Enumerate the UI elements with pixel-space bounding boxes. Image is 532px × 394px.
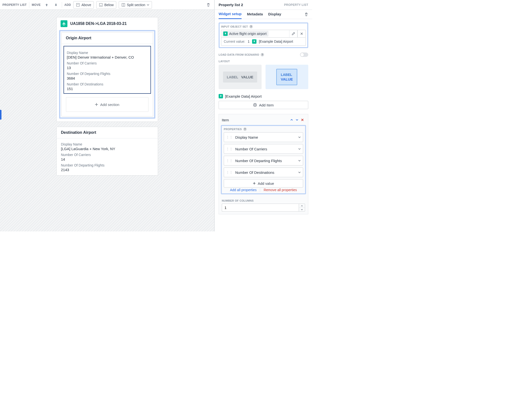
item-move-down-button[interactable] <box>294 117 300 123</box>
property-row[interactable]: ⋮⋮ Display Name <box>224 132 303 142</box>
panel-body[interactable]: INPUT OBJECT SET ? Active flight origin … <box>215 19 312 231</box>
plane-icon <box>61 20 67 27</box>
destination-property-list: Display Name [LGA] LaGuardia + New York,… <box>57 138 158 175</box>
chevron-down-icon[interactable] <box>298 171 301 174</box>
add-value-label: Add value <box>258 181 274 186</box>
prop-value: 2143 <box>61 168 153 172</box>
property-name: Display Name <box>235 135 296 139</box>
chevron-down-icon[interactable] <box>298 147 301 150</box>
remove-all-properties-link[interactable]: Remove all properties <box>264 188 297 192</box>
plus-circle-icon <box>253 103 257 107</box>
origin-property-list[interactable]: Display Name [DEN] Denver International … <box>64 46 151 94</box>
add-all-properties-link[interactable]: Add all properties <box>230 188 256 192</box>
tab-widget-setup[interactable]: Widget setup <box>219 12 242 19</box>
item-move-up-button[interactable] <box>289 117 294 123</box>
input-object-chip[interactable]: Active flight origin airport <box>222 31 268 37</box>
plus-icon <box>95 103 98 106</box>
num-cols-down[interactable] <box>299 208 305 211</box>
add-item-button[interactable]: Add Item <box>219 101 308 109</box>
pin-icon <box>223 31 228 36</box>
toolbar-sep <box>62 2 62 8</box>
prop-label: Number Of Carriers <box>67 61 148 65</box>
prop-label: Number Of Destinations <box>67 82 148 86</box>
destination-title: Destination Airport <box>57 127 158 138</box>
split-section-label: Split section <box>127 3 145 7</box>
add-below-button[interactable]: Below <box>96 1 116 9</box>
drag-handle-icon[interactable]: ⋮⋮ <box>226 147 233 151</box>
prop-value: 13 <box>67 66 148 70</box>
tab-metadata[interactable]: Metadata <box>247 12 263 19</box>
help-icon[interactable]: ? <box>261 53 264 56</box>
object-title-row: [Example Data] Airport <box>219 94 308 98</box>
canvas-scroll[interactable]: UA1858 DEN->LGA 2018-03-21 Origin Airpor… <box>0 10 214 231</box>
current-value-object: [Example Data] Airport <box>259 40 293 43</box>
item-delete-button[interactable] <box>300 117 305 123</box>
chevron-down-icon[interactable] <box>298 136 301 139</box>
add-item-label: Add Item <box>259 103 274 107</box>
plus-icon <box>253 182 256 185</box>
drag-handle-icon[interactable]: ⋮⋮ <box>226 170 233 174</box>
drag-handle-icon[interactable]: ⋮⋮ <box>226 159 233 163</box>
layout-label: LAYOUT <box>219 60 230 63</box>
load-from-scenario-toggle[interactable] <box>300 52 308 57</box>
layout-inline-value: VALUE <box>241 75 253 79</box>
toolbar-sep <box>29 2 29 8</box>
properties-label: PROPERTIES <box>224 128 242 131</box>
layout-stack-value: VALUE <box>281 77 293 81</box>
property-row[interactable]: ⋮⋮ Number Of Departing Flights <box>224 156 303 166</box>
origin-section-selected[interactable]: Origin Airport Display Name [DEN] Denver… <box>59 30 155 119</box>
toolbar-move-label: MOVE <box>32 3 41 7</box>
add-section-button[interactable]: Add section <box>66 97 149 112</box>
add-value-button[interactable]: Add value <box>224 179 303 187</box>
num-cols-input[interactable] <box>222 204 299 212</box>
pin-icon <box>252 39 256 44</box>
add-above-label: Above <box>81 3 91 7</box>
load-from-scenario-row: LOAD DATA FROM SCENARIO ? <box>219 52 308 57</box>
destination-card[interactable]: Destination Airport Display Name [LGA] L… <box>56 127 158 176</box>
split-section-button[interactable]: Split section <box>119 1 152 9</box>
prop-value: [DEN] Denver International + Denver, CO <box>67 55 148 59</box>
panel-title: Property list 2 <box>219 3 243 7</box>
current-value-label: Current value: <box>224 40 245 43</box>
prop-value: 3684 <box>67 76 148 80</box>
delete-widget-button[interactable] <box>205 1 212 8</box>
panel-delete-button[interactable] <box>304 12 308 18</box>
item-title: Item <box>222 118 229 122</box>
num-cols-up[interactable] <box>299 204 305 208</box>
input-object-set-block: INPUT OBJECT SET ? Active flight origin … <box>219 22 308 48</box>
layout-stack-label: LABEL <box>281 73 292 77</box>
prop-value: 14 <box>61 157 153 161</box>
prop-value: [LGA] LaGuardia + New York, NY <box>61 147 153 151</box>
layout-option-stacked[interactable]: LABEL VALUE <box>266 65 309 89</box>
property-row[interactable]: ⋮⋮ Number Of Destinations <box>224 167 303 177</box>
toolbar-list-label: PROPERTY LIST <box>2 3 27 7</box>
layout-option-inline[interactable]: LABEL VALUE <box>219 65 262 89</box>
help-icon[interactable]: ? <box>243 127 247 131</box>
add-above-button[interactable]: Above <box>73 1 94 9</box>
move-up-button[interactable] <box>43 1 50 8</box>
panel-header: Property list 2 PROPERTY LIST <box>215 0 312 10</box>
add-section-label: Add section <box>100 103 119 107</box>
current-value-row: Current value: 1 [Example Data] Airport <box>221 38 306 46</box>
chevron-down-icon[interactable] <box>298 159 301 162</box>
input-object-set-label: INPUT OBJECT SET <box>221 25 248 28</box>
prop-label: Number Of Departing Flights <box>61 163 153 167</box>
link-sep <box>260 188 260 192</box>
help-icon[interactable]: ? <box>249 25 253 28</box>
load-from-scenario-label: LOAD DATA FROM SCENARIO <box>219 53 259 56</box>
svg-rect-1 <box>99 3 102 6</box>
prop-label: Number Of Carriers <box>61 153 153 157</box>
drag-handle-icon[interactable]: ⋮⋮ <box>226 135 233 139</box>
clear-input-button[interactable] <box>298 30 306 38</box>
prop-value: 151 <box>67 87 148 91</box>
left-edge-handle[interactable] <box>0 110 1 120</box>
toolbar-add-label: ADD <box>64 3 71 7</box>
main-toolbar: PROPERTY LIST MOVE ADD Above Below Split… <box>0 0 214 10</box>
edit-input-button[interactable] <box>289 30 298 38</box>
property-row[interactable]: ⋮⋮ Number Of Carriers <box>224 144 303 154</box>
tab-display[interactable]: Display <box>268 12 281 19</box>
panel-type-label: PROPERTY LIST <box>284 3 308 7</box>
move-down-button[interactable] <box>53 1 59 8</box>
current-value-count: 1 <box>248 40 250 43</box>
chip-label: Active flight origin airport <box>229 32 266 36</box>
